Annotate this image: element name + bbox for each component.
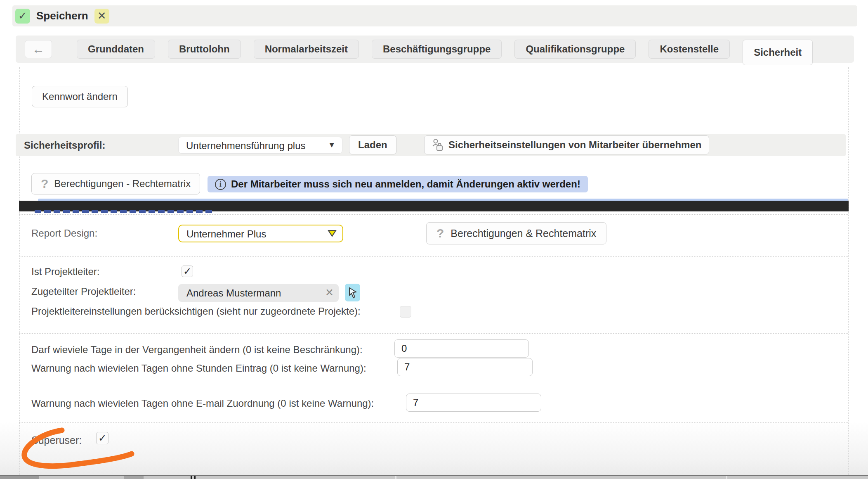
tab-qualifikationsgruppe[interactable]: Qualifikationsgruppe xyxy=(514,40,636,59)
consider-settings-label: Projektleitereinstellungen berücksichtig… xyxy=(31,306,361,317)
assigned-projectleader-label: Zugeteilter Projektleiter: xyxy=(31,286,136,297)
yellow-dropdown-icon xyxy=(328,230,337,237)
cancel-x-icon[interactable]: ✕ xyxy=(94,9,109,24)
warning-hours-input[interactable] xyxy=(397,358,533,376)
separator xyxy=(19,422,848,423)
relogin-notice-text: Der Mitarbeiter muss sich neu anmelden, … xyxy=(231,178,580,190)
adopt-security-label: Sicherheitseinstellungen von Mitarbeiter… xyxy=(448,139,701,151)
load-button[interactable]: Laden xyxy=(349,135,396,154)
panel-border-right xyxy=(848,67,849,475)
assigned-projectleader-field[interactable]: Andreas Mustermann ✕ xyxy=(178,284,339,302)
panel-border-left xyxy=(19,67,20,475)
tab-normalarbeitszeit[interactable]: Normalarbeitszeit xyxy=(254,40,359,59)
separator xyxy=(19,333,848,334)
tab-bar: ← Grunddaten Bruttolohn Normalarbeitszei… xyxy=(16,36,854,63)
warning-email-label: Warnung nach wievielen Tagen ohne E-mail… xyxy=(31,398,374,409)
assigned-projectleader-value: Andreas Mustermann xyxy=(186,287,281,299)
tab-bruttolohn[interactable]: Bruttolohn xyxy=(168,40,241,59)
warning-email-input[interactable] xyxy=(406,394,541,412)
report-design-label: Report Design: xyxy=(31,228,97,239)
relogin-notice: i Der Mitarbeiter muss sich neu anmelden… xyxy=(208,176,588,192)
consider-settings-checkbox[interactable] xyxy=(400,306,411,318)
report-design-select[interactable]: Unternehmer Plus xyxy=(178,225,343,242)
security-profile-select[interactable]: Unternehmensführung plus ▼ xyxy=(178,137,342,154)
permissions-matrix-button[interactable]: ? Berechtigungen - Rechtematrix xyxy=(31,173,200,194)
change-password-button[interactable]: Kennwort ändern xyxy=(32,86,128,107)
person-lock-icon xyxy=(432,138,443,152)
permissions-matrix-label: Berechtigungen - Rechtematrix xyxy=(54,178,191,190)
clear-icon[interactable]: ✕ xyxy=(325,287,334,299)
tab-beschaeftigungsgruppe[interactable]: Beschäftigungsgruppe xyxy=(372,40,502,59)
save-check-icon[interactable]: ✓ xyxy=(15,9,30,24)
close-glyph: ✕ xyxy=(97,9,106,22)
security-profile-label: Sicherheitsprofil: xyxy=(24,140,105,151)
security-profile-row: Sicherheitsprofil: Unternehmensführung p… xyxy=(16,134,846,156)
permissions-rightsmatrix-button[interactable]: ? Berechtigungen & Rechtematrix xyxy=(426,222,606,244)
tab-kostenstelle[interactable]: Kostenstelle xyxy=(649,40,730,59)
cursor-pointer-icon xyxy=(348,287,358,299)
save-label: Speichern xyxy=(36,9,88,22)
checkbox-check-glyph: ✓ xyxy=(183,266,191,277)
security-profile-value: Unternehmensführung plus xyxy=(186,140,306,152)
tab-grunddaten[interactable]: Grunddaten xyxy=(77,40,155,59)
redacted-text-fragment xyxy=(35,210,212,213)
is-projectleader-label: Ist Projektleiter: xyxy=(31,266,99,277)
info-icon: i xyxy=(215,179,226,190)
tab-list: Grunddaten Bruttolohn Normalarbeitszeit … xyxy=(77,36,813,63)
save-toolbar: ✓ Speichern ✕ xyxy=(12,5,857,26)
check-glyph: ✓ xyxy=(18,9,27,22)
question-icon: ? xyxy=(41,177,48,191)
adopt-security-button[interactable]: Sicherheitseinstellungen von Mitarbeiter… xyxy=(424,135,709,154)
projectleader-picker-button[interactable] xyxy=(345,284,360,301)
is-projectleader-checkbox[interactable]: ✓ xyxy=(182,266,193,277)
permissions-rightsmatrix-label: Berechtigungen & Rechtematrix xyxy=(451,228,596,240)
report-design-value: Unternehmer Plus xyxy=(186,228,266,240)
back-button[interactable]: ← xyxy=(25,40,52,58)
orange-annotation-swoosh xyxy=(12,424,136,474)
chevron-down-icon: ▼ xyxy=(328,141,335,149)
question-icon: ? xyxy=(436,226,444,240)
separator xyxy=(19,256,848,257)
days-past-label: Darf wieviele Tage in der Vergangenheit … xyxy=(31,344,363,356)
separator xyxy=(19,214,848,215)
back-arrow-icon: ← xyxy=(32,42,45,56)
days-past-input[interactable] xyxy=(394,339,529,358)
tab-sicherheit[interactable]: Sicherheit xyxy=(743,40,813,65)
bottom-panel-edge xyxy=(0,475,868,479)
warning-hours-label: Warnung nach wievielen Tagen ohne Stunde… xyxy=(31,363,366,374)
